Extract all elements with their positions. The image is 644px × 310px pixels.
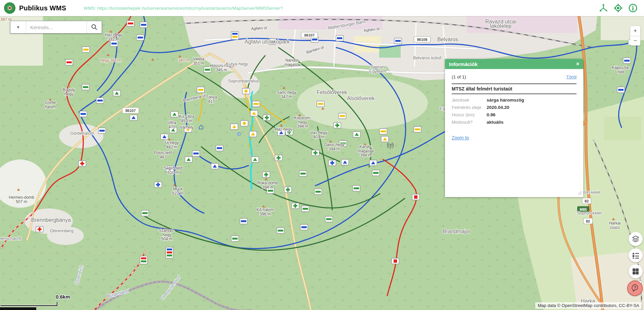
zoom-to-link[interactable]: Zoom to bbox=[452, 135, 469, 140]
trail-marker[interactable] bbox=[329, 160, 336, 166]
trail-marker[interactable] bbox=[381, 136, 389, 142]
zoom-in-button[interactable]: + bbox=[630, 26, 640, 36]
search-input[interactable] bbox=[26, 21, 87, 33]
wms-service-link[interactable]: WMS: https://turistaterkepek.hu/serverwa… bbox=[84, 6, 283, 11]
trail-marker[interactable] bbox=[141, 210, 149, 216]
trail-marker[interactable] bbox=[277, 228, 284, 234]
trail-marker[interactable] bbox=[79, 161, 86, 167]
map-label: Kutya-hegy bbox=[226, 61, 248, 66]
trail-marker[interactable] bbox=[231, 32, 239, 40]
trail-marker[interactable] bbox=[154, 182, 162, 188]
map-label: Harkaicsúcs bbox=[609, 221, 621, 230]
trail-marker[interactable] bbox=[238, 133, 240, 135]
svg-text:82: 82 bbox=[586, 219, 590, 223]
trail-marker[interactable] bbox=[241, 121, 248, 126]
trail-marker[interactable] bbox=[623, 58, 631, 64]
trail-marker[interactable] bbox=[171, 112, 178, 117]
map-viewport[interactable]: 86107861078610884848282M85M85 387 m360 m… bbox=[0, 16, 644, 310]
trail-marker[interactable] bbox=[339, 113, 346, 119]
trail-marker[interactable] bbox=[252, 101, 260, 107]
trail-marker[interactable] bbox=[231, 236, 239, 242]
trail-marker[interactable] bbox=[314, 189, 322, 195]
trail-marker[interactable] bbox=[263, 115, 270, 121]
trail-marker[interactable] bbox=[262, 172, 270, 178]
map-attribution: Map data © OpenStreetMap contributors, C… bbox=[535, 302, 642, 309]
map-label: Belváros külső bbox=[413, 55, 442, 60]
basemap-gallery-button[interactable] bbox=[629, 264, 643, 278]
trail-marker[interactable] bbox=[336, 36, 343, 41]
chevron-down-icon: ▼ bbox=[16, 25, 20, 29]
attribute-label: Jelzések bbox=[452, 98, 487, 103]
zoom-out-button[interactable]: − bbox=[630, 36, 640, 46]
trail-marker[interactable] bbox=[251, 157, 259, 163]
trail-marker[interactable] bbox=[392, 258, 399, 264]
trail-marker[interactable] bbox=[249, 131, 257, 137]
legend-icon bbox=[632, 251, 640, 259]
trail-marker[interactable] bbox=[299, 171, 307, 177]
trail-marker[interactable] bbox=[98, 128, 106, 134]
attribute-value: sárga háromszög bbox=[487, 98, 524, 103]
trail-marker[interactable] bbox=[127, 21, 134, 26]
trail-marker[interactable] bbox=[242, 88, 250, 94]
trail-marker[interactable] bbox=[412, 194, 419, 200]
trail-marker[interactable] bbox=[161, 134, 168, 140]
legend-button[interactable] bbox=[629, 248, 643, 262]
trail-marker[interactable] bbox=[80, 111, 87, 117]
road-shield: 82 bbox=[584, 218, 593, 224]
clear-selection-link[interactable]: Töröl bbox=[566, 74, 577, 79]
trail-marker[interactable] bbox=[317, 101, 324, 107]
trail-marker[interactable] bbox=[231, 124, 238, 130]
trail-marker[interactable] bbox=[65, 60, 73, 65]
trail-marker[interactable] bbox=[292, 203, 299, 209]
trail-marker[interactable] bbox=[394, 38, 402, 44]
trail-marker[interactable] bbox=[185, 157, 192, 163]
trail-marker[interactable] bbox=[137, 35, 144, 41]
trail-marker[interactable] bbox=[211, 164, 218, 169]
help-button[interactable]: ? bbox=[627, 281, 643, 296]
trail-marker[interactable] bbox=[130, 115, 137, 121]
info-panel-header[interactable]: Információk × bbox=[445, 59, 583, 69]
trail-marker[interactable] bbox=[216, 145, 223, 151]
trail-marker[interactable] bbox=[353, 186, 360, 191]
trail-marker[interactable] bbox=[250, 111, 258, 116]
trail-marker[interactable] bbox=[325, 216, 333, 222]
attribute-value: aktuális bbox=[487, 120, 503, 125]
trail-marker[interactable] bbox=[192, 151, 200, 157]
trail-marker[interactable] bbox=[166, 247, 173, 258]
trail-marker[interactable] bbox=[140, 22, 147, 28]
trail-marker[interactable] bbox=[240, 219, 247, 224]
trail-marker[interactable] bbox=[302, 206, 309, 212]
trail-marker[interactable] bbox=[284, 187, 292, 193]
close-icon[interactable]: × bbox=[576, 61, 579, 67]
info-icon[interactable] bbox=[628, 3, 638, 13]
search-submit-button[interactable] bbox=[87, 21, 102, 33]
trail-marker[interactable] bbox=[341, 160, 349, 165]
trail-marker[interactable] bbox=[96, 98, 104, 104]
trail-marker[interactable] bbox=[82, 84, 89, 90]
trail-marker[interactable] bbox=[140, 256, 147, 264]
trail-marker[interactable] bbox=[275, 155, 282, 161]
layers-button[interactable] bbox=[629, 232, 643, 246]
map-label: Görbehalom bbox=[70, 131, 94, 136]
trail-marker[interactable] bbox=[353, 132, 360, 137]
trail-marker[interactable] bbox=[113, 90, 120, 96]
trail-marker[interactable] bbox=[312, 150, 319, 156]
panel-resize-handle[interactable] bbox=[578, 191, 582, 195]
app-window: ❄ Publikus WMS WMS: https://turistaterke… bbox=[0, 0, 644, 310]
search-source-dropdown[interactable]: ▼ bbox=[10, 21, 26, 33]
trail-marker[interactable] bbox=[110, 41, 118, 47]
trail-marker[interactable] bbox=[82, 47, 90, 53]
trail-marker[interactable] bbox=[617, 87, 625, 93]
trail-marker[interactable] bbox=[369, 160, 377, 166]
trail-marker[interactable] bbox=[414, 127, 421, 132]
measure-axes-icon[interactable] bbox=[598, 3, 608, 13]
header-actions bbox=[598, 3, 638, 13]
locate-icon[interactable] bbox=[613, 3, 623, 13]
trail-marker[interactable] bbox=[372, 170, 380, 176]
trail-marker[interactable] bbox=[36, 227, 43, 232]
trail-marker[interactable] bbox=[380, 129, 387, 134]
trail-marker[interactable] bbox=[300, 225, 308, 230]
trail-marker[interactable] bbox=[197, 87, 204, 93]
road-shield: 86107 bbox=[301, 32, 318, 38]
trail-marker[interactable] bbox=[334, 123, 341, 128]
